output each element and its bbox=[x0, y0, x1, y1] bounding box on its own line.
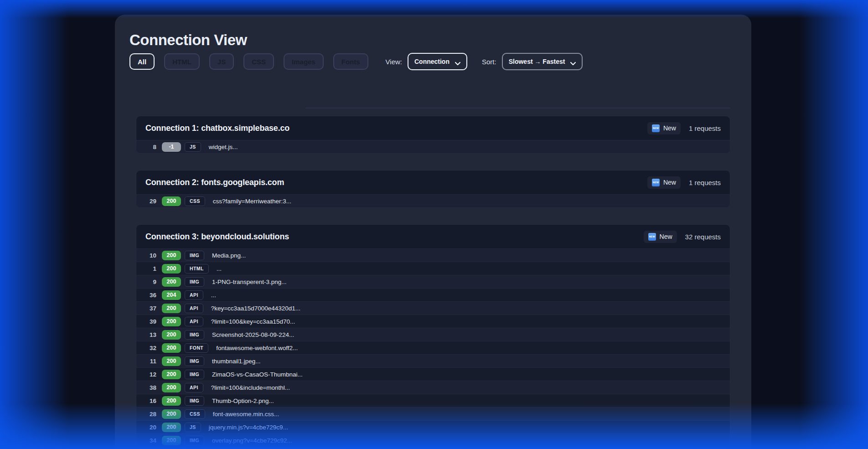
request-rows: 10 200 IMG Media.png... 1 200 HTML ... 9… bbox=[136, 248, 730, 447]
request-id: 29 bbox=[145, 198, 156, 205]
request-url: overlay.png?v=4cbe729c92... bbox=[212, 437, 292, 444]
sort-select-value: Slowest → Fastest bbox=[509, 58, 565, 65]
view-select[interactable]: Connection bbox=[408, 53, 467, 70]
status-badge: 200 bbox=[162, 436, 181, 445]
request-row[interactable]: 36 204 API ... bbox=[136, 288, 730, 301]
request-row[interactable]: 8 -1 JS widget.js... bbox=[136, 140, 730, 153]
request-row[interactable]: 11 200 IMG thumbnail1.jpeg... bbox=[136, 354, 730, 367]
type-badge: IMG bbox=[185, 370, 204, 379]
connection-header-right: NEW New 32 requests bbox=[644, 231, 721, 243]
request-row[interactable]: 1 200 HTML ... bbox=[136, 262, 730, 275]
request-url: thumbnail1.jpeg... bbox=[212, 358, 261, 365]
new-icon: NEW bbox=[648, 233, 656, 241]
chevron-down-icon bbox=[455, 60, 460, 63]
status-badge: 200 bbox=[162, 277, 181, 287]
request-row[interactable]: 28 200 CSS font-awesome.min.css... bbox=[136, 407, 730, 420]
status-badge: 200 bbox=[162, 330, 181, 340]
type-badge: IMG bbox=[185, 330, 204, 340]
status-badge: 200 bbox=[162, 343, 181, 353]
request-url: ?key=cc3aa15d7000e44320d1... bbox=[211, 305, 300, 312]
request-url: ?limit=100&include=monthl... bbox=[211, 384, 290, 391]
request-url: Thumb-Option-2.png... bbox=[212, 397, 274, 404]
request-row[interactable]: 39 200 API ?limit=100&key=cc3aa15d70... bbox=[136, 315, 730, 328]
filter-button-all[interactable]: All bbox=[129, 53, 155, 70]
type-badge: CSS bbox=[185, 196, 205, 206]
toolbar: All HTML JS CSS Images Fonts View: Conne… bbox=[129, 53, 737, 70]
new-icon: NEW bbox=[652, 179, 660, 186]
request-count: 32 requests bbox=[685, 233, 721, 241]
type-badge: IMG bbox=[185, 396, 204, 406]
type-badge: API bbox=[185, 317, 203, 326]
connection-header-right: NEW New 1 requests bbox=[647, 176, 721, 189]
new-badge-label: New bbox=[660, 233, 672, 240]
sort-label: Sort: bbox=[482, 58, 496, 66]
request-id: 9 bbox=[145, 279, 156, 285]
type-badge: IMG bbox=[185, 251, 204, 260]
filter-button-fonts[interactable]: Fonts bbox=[333, 53, 368, 70]
request-url: ZimaOS-vs-CasaOS-Thumbnai... bbox=[212, 371, 303, 378]
request-row[interactable]: 37 200 API ?key=cc3aa15d7000e44320d1... bbox=[136, 301, 730, 315]
type-badge: FONT bbox=[185, 343, 208, 353]
request-row[interactable]: 9 200 IMG 1-PNG-transperent-3.png... bbox=[136, 275, 730, 288]
request-id: 13 bbox=[145, 331, 156, 338]
status-badge: 200 bbox=[162, 196, 181, 206]
status-badge: 204 bbox=[162, 290, 181, 300]
request-row[interactable]: 16 200 IMG Thumb-Option-2.png... bbox=[136, 394, 730, 407]
chevron-down-icon bbox=[570, 60, 576, 63]
connection-header: Connection 1: chatbox.simplebase.co NEW … bbox=[136, 116, 730, 140]
request-row[interactable]: 20 200 JS jquery.min.js?v=4cbe729c9... bbox=[136, 420, 730, 434]
status-badge: 200 bbox=[162, 251, 181, 260]
type-badge: API bbox=[185, 383, 203, 392]
type-badge: API bbox=[185, 304, 203, 313]
filter-button-html[interactable]: HTML bbox=[164, 53, 200, 70]
page-title: Connection View bbox=[129, 32, 737, 48]
filter-bar: All HTML JS CSS Images Fonts bbox=[129, 53, 368, 70]
filter-button-images[interactable]: Images bbox=[284, 53, 324, 70]
connection-header: Connection 2: fonts.googleapis.com NEW N… bbox=[136, 170, 730, 194]
connection-title: Connection 2: fonts.googleapis.com bbox=[145, 178, 284, 187]
connection-header: Connection 3: beyondcloud.solutions NEW … bbox=[136, 225, 730, 248]
request-id: 20 bbox=[145, 424, 156, 431]
request-id: 8 bbox=[145, 144, 156, 150]
page-background: Connection View All HTML JS CSS Images F… bbox=[0, 0, 868, 449]
request-id: 10 bbox=[145, 252, 156, 259]
request-url: widget.js... bbox=[209, 144, 238, 150]
request-row[interactable]: 10 200 IMG Media.png... bbox=[136, 248, 730, 262]
type-badge: IMG bbox=[185, 277, 204, 287]
type-badge: CSS bbox=[185, 409, 205, 419]
type-badge: JS bbox=[185, 142, 201, 152]
new-icon: NEW bbox=[652, 124, 660, 132]
request-row[interactable]: 13 200 IMG Screenshot-2025-08-09-224... bbox=[136, 328, 730, 341]
view-label: View: bbox=[386, 58, 402, 66]
request-row[interactable]: 38 200 API ?limit=100&include=monthl... bbox=[136, 381, 730, 394]
status-badge: 200 bbox=[162, 370, 181, 379]
filter-button-js[interactable]: JS bbox=[209, 53, 234, 70]
status-badge: 200 bbox=[162, 356, 181, 366]
request-url: ?limit=100&key=cc3aa15d70... bbox=[211, 318, 295, 325]
status-badge: 200 bbox=[162, 396, 181, 406]
request-id: 39 bbox=[145, 318, 156, 325]
request-row[interactable]: 32 200 FONT fontawesome-webfont.woff2... bbox=[136, 341, 730, 354]
type-badge: API bbox=[185, 290, 203, 300]
filter-button-css[interactable]: CSS bbox=[243, 53, 274, 70]
request-id: 16 bbox=[145, 397, 156, 404]
status-badge: 200 bbox=[162, 383, 181, 392]
connection-title: Connection 1: chatbox.simplebase.co bbox=[145, 124, 289, 133]
request-count: 1 requests bbox=[689, 124, 721, 132]
request-row[interactable]: 29 200 CSS css?family=Merriweather:3... bbox=[136, 194, 730, 207]
new-badge: NEW New bbox=[644, 231, 677, 243]
connection-list: Connection 1: chatbox.simplebase.co NEW … bbox=[136, 116, 730, 447]
sort-select[interactable]: Slowest → Fastest bbox=[502, 53, 583, 70]
request-row[interactable]: 34 200 IMG overlay.png?v=4cbe729c92... bbox=[136, 434, 730, 447]
request-url: 1-PNG-transperent-3.png... bbox=[212, 279, 287, 285]
connection-card: Connection 3: beyondcloud.solutions NEW … bbox=[136, 224, 730, 447]
request-url: jquery.min.js?v=4cbe729c9... bbox=[209, 424, 288, 431]
type-badge: HTML bbox=[185, 264, 209, 274]
request-url: css?family=Merriweather:3... bbox=[213, 198, 291, 205]
request-id: 36 bbox=[145, 292, 156, 299]
connection-header-right: NEW New 1 requests bbox=[647, 122, 721, 134]
request-rows: 8 -1 JS widget.js... bbox=[136, 140, 730, 153]
request-id: 28 bbox=[145, 411, 156, 418]
request-rows: 29 200 CSS css?family=Merriweather:3... bbox=[136, 194, 730, 207]
request-row[interactable]: 12 200 IMG ZimaOS-vs-CasaOS-Thumbnai... bbox=[136, 367, 730, 381]
